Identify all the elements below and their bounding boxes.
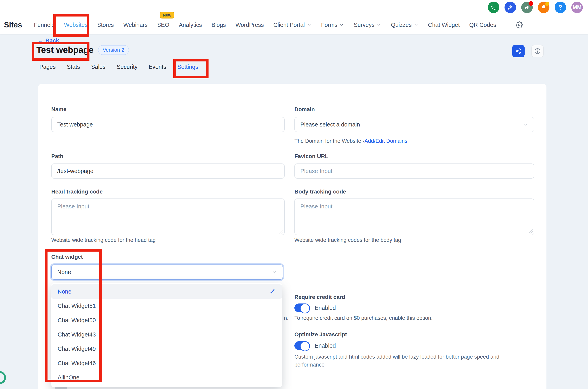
info-icon [534,48,541,55]
optimize-javascript-helper: Custom javascript and html codes added w… [294,353,509,369]
head-code-textarea[interactable] [51,198,285,235]
settings-gear-icon[interactable] [516,21,523,29]
chevron-down-icon [307,23,311,27]
app-logo: Sites [4,21,22,29]
tab-sales[interactable]: Sales [91,64,106,70]
dropdown-option[interactable]: AllinOne [51,370,282,385]
chat-widget-select-value: None [57,269,71,275]
chat-widget-label: Chat widget [51,254,83,260]
nav-item-qr-codes[interactable]: QR Codes [469,22,496,28]
resize-handle[interactable] [529,229,533,233]
info-button[interactable] [531,45,544,57]
tab-events[interactable]: Events [149,64,166,70]
nav-divider [506,19,506,31]
screen: Sites Funnels Websites Stores Webinars N… [0,0,588,389]
optimize-javascript-toggle[interactable] [294,341,310,350]
tab-settings[interactable]: Settings [177,64,198,70]
new-badge: New [160,12,174,19]
notification-dot [545,2,549,6]
chevron-down-icon [523,122,528,127]
header-actions [512,45,544,57]
chevron-down-icon [414,23,418,27]
chevron-down-icon [339,23,344,27]
chat-widget-dropdown: None ✓ Chat Widget51 Chat Widget50 Chat … [51,283,282,387]
require-credit-card-toggle-row: Enabled [294,303,336,312]
tab-security[interactable]: Security [117,64,138,70]
optimize-javascript-label: Optimize Javascript [294,331,347,338]
dropdown-option[interactable]: Chat Widget51 [51,299,282,313]
require-credit-card-label: Require credit card [294,294,345,300]
add-edit-domains-link[interactable]: Add/Edit Domains [364,138,407,144]
path-label: Path [51,153,63,160]
dropdown-option[interactable]: Chat Widget46 [51,356,282,370]
bell-icon[interactable] [538,1,549,13]
domain-label: Domain [294,106,315,113]
body-code-helper: Website wide tracking codes for the body… [294,237,401,243]
share-button[interactable] [512,45,525,57]
nav-item-quizzes[interactable]: Quizzes [391,22,418,28]
require-credit-card-state: Enabled [315,305,336,311]
share-icon [515,48,522,54]
topbar: Sites Funnels Websites Stores Webinars N… [0,0,588,34]
body-code-label: Body tracking code [294,189,346,195]
notification-dot [528,1,533,6]
name-input[interactable] [51,117,285,132]
favicon-input[interactable] [294,163,534,179]
nav-item-analytics[interactable]: Analytics [179,22,202,28]
domain-helper: The Domain for the Website -Add/Edit Dom… [294,138,407,144]
nav-item-forms[interactable]: Forms [321,22,344,28]
body-code-textarea[interactable] [294,198,534,235]
chat-bubble-edge [0,371,6,384]
require-credit-card-helper: To require credit card on $0 purchases, … [294,315,433,321]
nav-item-blogs[interactable]: Blogs [212,22,226,28]
nav-item-client-portal[interactable]: Client Portal [273,22,311,28]
nav-item-surveys[interactable]: Surveys [354,22,381,28]
nav-item-stores[interactable]: Stores [97,22,114,28]
main-nav: Sites Funnels Websites Stores Webinars N… [4,18,523,32]
tab-stats[interactable]: Stats [67,64,80,70]
dropdown-option-none[interactable]: None ✓ [51,284,282,299]
nav-item-wordpress[interactable]: WordPress [235,22,264,28]
page-tabs: Pages Stats Sales Security Events Settin… [39,64,198,70]
nav-item-funnels[interactable]: Funnels [34,22,55,28]
check-icon: ✓ [270,287,276,296]
nav-item-webinars[interactable]: Webinars [124,22,148,28]
favicon-label: Favicon URL [294,153,328,160]
domain-select[interactable]: Please select a domain [294,117,534,132]
resize-handle[interactable] [279,229,283,233]
page-title: Test webpage [36,45,94,55]
nav-item-seo[interactable]: New SEO [157,22,169,28]
quick-icons: ? MM [488,1,583,13]
optimize-javascript-toggle-row: Enabled [294,341,336,350]
chevron-down-icon [272,269,277,275]
back-arrow-icon: ← [37,37,43,44]
nav-item-chat-widget[interactable]: Chat Widget [428,22,460,28]
require-credit-card-toggle[interactable] [294,303,310,312]
back-link[interactable]: ← Back [37,37,59,44]
phone-icon[interactable] [488,1,499,13]
tab-pages[interactable]: Pages [39,64,56,70]
sparkles-icon[interactable] [504,1,516,13]
chevron-down-icon [376,23,381,27]
name-label: Name [51,106,66,113]
version-badge: Version 2 [98,45,129,55]
obscured-text-fragment: n. [284,315,288,321]
head-code-helper: Website wide tracking code for the head … [51,237,156,243]
dropdown-option[interactable]: Chat Widget50 [51,313,282,327]
head-code-label: Head tracking code [51,189,103,195]
help-icon[interactable]: ? [555,1,566,13]
dropdown-option[interactable]: Chat Widget43 [51,327,282,342]
avatar[interactable]: MM [571,1,583,13]
nav-item-websites[interactable]: Websites [64,22,88,28]
path-input[interactable] [51,163,285,179]
domain-select-value: Please select a domain [300,121,360,128]
megaphone-icon[interactable] [521,1,533,13]
optimize-javascript-state: Enabled [315,342,336,349]
chat-widget-select[interactable]: None [51,264,283,280]
dropdown-option[interactable]: Chat Widget49 [51,342,282,356]
title-row: Test webpage Version 2 [36,45,129,55]
